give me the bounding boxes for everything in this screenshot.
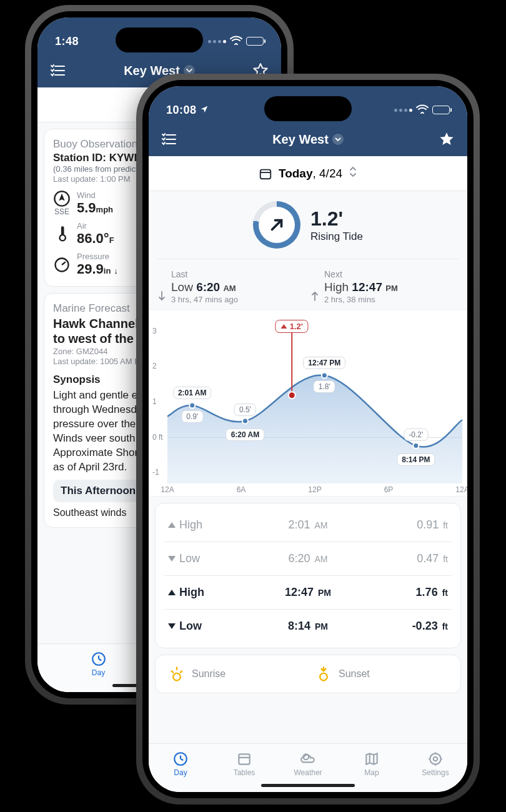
down-arrow-icon (157, 290, 166, 304)
chart-ytick: 1 (152, 397, 157, 406)
chart-ytick: 0 ft (152, 433, 163, 442)
svg-point-20 (242, 418, 248, 423)
chart-now-marker: 1.2' (275, 320, 309, 333)
svg-point-33 (430, 753, 440, 764)
up-down-icon (349, 166, 357, 181)
chart-xtick: 6A (237, 485, 246, 494)
svg-point-19 (189, 403, 195, 408)
status-time: 10:08 (166, 104, 209, 117)
svg-point-21 (322, 373, 327, 379)
stations-list-button[interactable] (49, 61, 67, 80)
svg-point-26 (320, 673, 327, 681)
last-next-row: Last Low 6:20 AM 3 hrs, 47 mins ago Next… (149, 259, 467, 309)
tide-table-row: Low 8:14 PM -0.23 ft (164, 613, 452, 639)
last-tide: Last Low 6:20 AM 3 hrs, 47 mins ago (157, 269, 305, 304)
chart-point-value: 1.8' (314, 380, 335, 393)
svg-line-29 (181, 759, 183, 760)
tables-tab-icon (236, 751, 252, 767)
rising-arrow-icon (267, 215, 286, 234)
weather-tab-icon (300, 751, 316, 767)
calendar-icon (259, 167, 272, 181)
pressure-icon (53, 256, 71, 274)
svg-rect-30 (239, 754, 249, 764)
svg-point-25 (173, 673, 181, 681)
battery-icon (432, 106, 450, 114)
sunset-icon (315, 665, 332, 683)
chart-point-time: 12:47 PM (303, 357, 345, 369)
day-tab-icon (91, 651, 107, 667)
status-time: 1:48 (55, 35, 79, 48)
chart-point-value: 0.9' (181, 410, 203, 423)
date-picker-row[interactable]: Today, 4/24 (149, 156, 467, 191)
cell-signal-icon (394, 109, 412, 112)
chart-xtick: 12A (455, 485, 467, 494)
tab-tables[interactable]: Tables (212, 744, 276, 783)
svg-line-7 (62, 262, 66, 265)
sunrise-icon (168, 665, 186, 683)
svg-rect-16 (260, 169, 271, 179)
map-tab-icon (364, 751, 380, 767)
cell-signal-icon (208, 40, 226, 43)
tide-chart[interactable]: -10 ft12312A6A12P6P12A2:01 AM0.9'6:20 AM… (149, 309, 467, 497)
home-indicator[interactable] (261, 784, 355, 787)
tide-table-card: High 2:01 AM 0.91 ft Low 6:20 AM 0.47 ft… (155, 503, 461, 648)
current-tide-label: Rising Tide (310, 230, 363, 243)
svg-line-10 (99, 659, 101, 660)
chart-ytick: 2 (152, 362, 157, 370)
svg-point-22 (413, 443, 419, 448)
tide-table-row: High 2:01 AM 0.91 ft (164, 512, 452, 538)
location-title-button[interactable]: Key West (272, 132, 344, 147)
tab-day[interactable]: Day (149, 744, 212, 783)
nav-header: Key West (149, 122, 467, 156)
tide-progress-ring (253, 201, 300, 249)
chart-point-time: 6:20 AM (226, 428, 265, 441)
dynamic-island (116, 27, 203, 52)
current-tide-hero: 1.2' Rising Tide (149, 201, 467, 249)
chart-point-time: 2:01 AM (173, 387, 212, 399)
sunrise: Sunrise (168, 665, 301, 683)
svg-point-34 (434, 756, 438, 761)
wind-direction-icon (53, 190, 71, 207)
dynamic-island (264, 96, 352, 121)
chevron-down-icon (332, 134, 344, 145)
sun-card: Sunrise Sunset (155, 655, 461, 693)
tab-settings[interactable]: Settings (404, 744, 467, 783)
trend-down-icon: ↓ (114, 266, 118, 275)
svg-point-24 (289, 392, 295, 399)
chart-ytick: -1 (152, 468, 159, 477)
sunset: Sunset (315, 665, 448, 683)
thermometer-icon (53, 225, 71, 243)
tab-weather[interactable]: Weather (276, 744, 340, 783)
wifi-icon (230, 36, 242, 47)
this-afternoon-button[interactable]: This Afternoon (53, 480, 143, 502)
phone-front: 10:08 Key West (136, 74, 480, 805)
chart-point-value: 0.5' (234, 404, 256, 416)
tab-map[interactable]: Map (340, 744, 404, 783)
day-tab-icon (172, 751, 189, 767)
tide-table-row: High 12:47 PM 1.76 ft (164, 580, 452, 605)
wifi-icon (416, 104, 429, 116)
tide-table-row: Low 6:20 AM 0.47 ft (164, 546, 452, 572)
chart-xtick: 6P (384, 485, 394, 494)
chart-ytick: 3 (152, 327, 157, 335)
up-arrow-icon (310, 290, 319, 304)
battery-icon (246, 37, 264, 46)
favorite-button[interactable] (437, 130, 456, 149)
chart-point-value: -0.2' (404, 428, 428, 441)
chart-xtick: 12A (161, 485, 174, 494)
next-tide: Next High 12:47 PM 2 hrs, 38 mins (310, 269, 459, 304)
chart-point-time: 8:14 PM (397, 453, 435, 466)
stations-list-button[interactable] (160, 130, 179, 149)
settings-tab-icon (427, 751, 444, 767)
location-arrow-icon (200, 104, 209, 116)
chart-xtick: 12P (308, 485, 321, 494)
current-tide-value: 1.2' (310, 207, 363, 230)
